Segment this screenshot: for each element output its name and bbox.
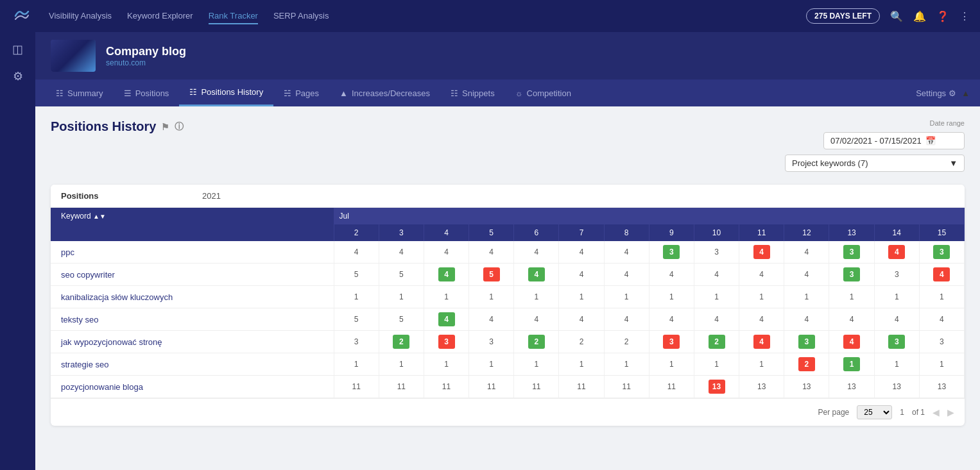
nav-keyword[interactable]: Keyword Explorer (127, 8, 193, 24)
per-page-label: Per page (818, 408, 850, 417)
position-badge-green: 3 (663, 245, 680, 259)
keyword-cell[interactable]: strategie seo (51, 353, 334, 376)
subnav-competition[interactable]: ☼ Competition (505, 81, 581, 106)
keyword-cell[interactable]: kanibalizacja słów kluczowych (51, 286, 334, 308)
apps-button[interactable]: ⋮ (959, 10, 970, 22)
per-page-select[interactable]: 25 50 100 (857, 405, 892, 419)
keyword-cell[interactable]: pozycjonowanie bloga (51, 376, 334, 398)
position-cell: 4 (784, 308, 829, 331)
year-label: 2021 (202, 191, 221, 201)
project-thumbnail (51, 40, 96, 72)
position-cell: 4 (514, 241, 559, 264)
position-value: 4 (618, 245, 635, 259)
position-cell: 5 (469, 264, 514, 286)
position-value: 1 (933, 357, 950, 371)
position-badge-green: 2 (709, 335, 725, 349)
keyword-filter[interactable]: Project keywords (7) ▼ (785, 155, 965, 172)
position-cell: 1 (604, 286, 649, 308)
day-header-row: 2 3 4 5 6 7 8 9 10 11 12 13 14 (51, 224, 965, 241)
position-value: 3 (933, 335, 950, 349)
help-button[interactable]: ❓ (936, 10, 949, 22)
keyword-cell[interactable]: seo copywriter (51, 264, 334, 286)
keyword-header[interactable]: Keyword ▲▼ (51, 208, 334, 224)
position-value: 4 (438, 245, 455, 259)
position-cell: 2 (379, 331, 424, 353)
position-value: 11 (618, 380, 635, 394)
position-cell: 4 (694, 308, 739, 331)
position-value: 11 (348, 380, 365, 394)
keyword-cell[interactable]: jak wypozycjonować stronę (51, 331, 334, 353)
position-value: 1 (348, 357, 365, 371)
position-value: 1 (393, 290, 409, 304)
info-icon[interactable]: ⓘ (175, 121, 184, 133)
position-value: 11 (483, 380, 500, 394)
position-cell: 4 (649, 264, 694, 286)
position-cell: 3 (424, 331, 469, 353)
position-badge-red: 4 (753, 335, 770, 349)
bookmark-icon[interactable]: ⚑ (161, 122, 169, 132)
position-value: 11 (528, 380, 545, 394)
bell-button[interactable]: 🔔 (913, 10, 926, 22)
collapse-icon[interactable]: ▲ (961, 88, 970, 98)
nav-visibility[interactable]: Visibility Analysis (49, 8, 112, 24)
position-cell: 4 (694, 264, 739, 286)
position-cell: 11 (649, 376, 694, 398)
next-page-button[interactable]: ▶ (947, 407, 954, 417)
position-cell: 4 (919, 308, 964, 331)
logo[interactable] (10, 4, 33, 28)
nav-rank[interactable]: Rank Tracker (209, 8, 258, 24)
position-cell: 4 (424, 308, 469, 331)
subnav-increases[interactable]: ▲ Increases/Decreases (329, 81, 440, 106)
position-value: 1 (393, 357, 409, 371)
position-cell: 4 (874, 308, 919, 331)
subnav-positions[interactable]: ☰ Positions (114, 81, 180, 106)
position-value: 4 (618, 267, 635, 281)
current-page: 1 (900, 408, 904, 417)
snippets-icon: ☷ (451, 88, 458, 98)
keyword-cell[interactable]: ppc (51, 241, 334, 264)
project-domain[interactable]: senuto.com (106, 58, 186, 67)
subnav-summary[interactable]: ☷ Summary (46, 81, 114, 106)
position-value: 1 (709, 290, 725, 304)
keyword-cell[interactable]: teksty seo (51, 308, 334, 331)
table-row: teksty seo55444444444444 (51, 308, 965, 331)
position-cell: 4 (739, 308, 784, 331)
day-3: 3 (379, 224, 424, 241)
sort-icon: ▲▼ (93, 213, 106, 220)
nav-serp[interactable]: SERP Analysis (273, 8, 329, 24)
position-cell: 1 (424, 286, 469, 308)
prev-page-button[interactable]: ◀ (933, 407, 940, 417)
position-cell: 13 (919, 376, 964, 398)
position-value: 4 (573, 312, 590, 326)
main-content: Company blog senuto.com ☷ Summary ☰ Posi… (35, 32, 980, 470)
project-info: Company blog senuto.com (106, 45, 186, 67)
table-header-row: Positions 2021 (51, 185, 965, 208)
sidebar-icon-grid[interactable]: ◫ (12, 42, 23, 56)
position-value: 1 (618, 290, 635, 304)
position-badge-red: 4 (753, 245, 770, 259)
position-value: 11 (393, 380, 409, 394)
day-13: 13 (829, 224, 874, 241)
position-cell: 1 (829, 353, 874, 376)
day-14: 14 (874, 224, 919, 241)
position-cell: 4 (559, 308, 604, 331)
position-value: 13 (843, 380, 860, 394)
position-cell: 1 (874, 353, 919, 376)
position-cell: 4 (514, 308, 559, 331)
table-row: seo copywriter55454444444334 (51, 264, 965, 286)
sidebar-icon-tool[interactable]: ⚙ (13, 69, 23, 83)
position-value: 1 (528, 357, 545, 371)
position-badge-red: 3 (663, 335, 680, 349)
day-8: 8 (604, 224, 649, 241)
search-button[interactable]: 🔍 (890, 10, 903, 22)
position-value: 4 (709, 267, 725, 281)
subnav-snippets[interactable]: ☷ Snippets (440, 81, 505, 106)
settings-button[interactable]: Settings ⚙ (916, 88, 956, 98)
date-range-input[interactable]: 07/02/2021 - 07/15/2021 📅 (823, 132, 965, 149)
position-cell: 4 (739, 241, 784, 264)
subnav-positions-history[interactable]: ☷ Positions History (179, 80, 273, 106)
subnav-pages[interactable]: ☵ Pages (273, 81, 329, 106)
position-badge-green: 4 (438, 312, 455, 326)
position-cell: 1 (334, 286, 379, 308)
day-10: 10 (694, 224, 739, 241)
